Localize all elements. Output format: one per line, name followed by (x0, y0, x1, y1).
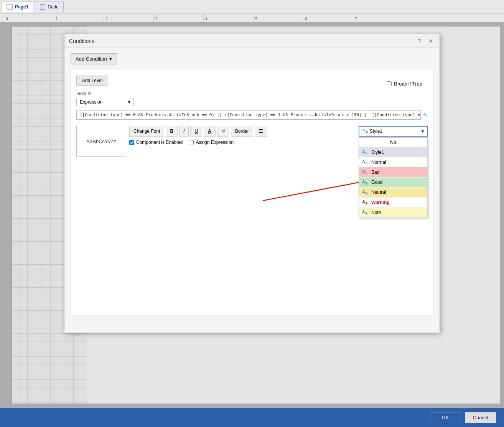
underline-button[interactable]: U (190, 126, 202, 137)
ruler-mark-7: 7 (353, 14, 403, 22)
style-dropdown-arrow: ▾ (422, 129, 424, 134)
expression-select-value: Expression (80, 99, 102, 105)
note-icon: AA (362, 209, 369, 215)
bold-button[interactable]: B (166, 126, 178, 137)
ruler-mark-5: 5 (253, 14, 303, 22)
ok-label: OK (442, 415, 449, 420)
change-font-label: Change Font (133, 129, 160, 134)
dropdown-item-style1[interactable]: AA Style1 (359, 147, 427, 157)
page-icon (7, 4, 13, 10)
italic-label: I (183, 129, 184, 134)
dialog-body: Add Condition ▾ Add Level Break if True (64, 48, 440, 321)
dropdown-item-neutral[interactable]: AA Neutral (359, 188, 427, 198)
italic-button[interactable]: I (179, 126, 189, 137)
help-button[interactable]: ? (415, 37, 423, 45)
dropdown-no-label: No (390, 140, 396, 145)
expression-input[interactable]: ([Condition type] == 0 && Products.Units… (76, 110, 421, 120)
list-icon: ☰ (259, 129, 263, 134)
font-color-label: A (208, 129, 211, 134)
add-condition-label: Add Condition (76, 56, 107, 62)
add-condition-button[interactable]: Add Condition ▾ (71, 53, 117, 64)
field-is-label: Field Is (76, 91, 428, 96)
rotate-button[interactable]: ↺ (217, 126, 229, 137)
tab-code-label: Code (48, 4, 59, 10)
ruler-mark-3: 3 (153, 14, 203, 22)
style-dropdown-menu: No AA Style1 AA Normal (359, 137, 428, 218)
tab-page1-label: Page1 (15, 4, 28, 10)
bottom-bar: OK Cancel (0, 408, 504, 427)
style-dropdown-wrapper: AA Style1 ▾ No (359, 126, 428, 137)
good-label: Good (371, 180, 382, 185)
ok-button[interactable]: OK (430, 412, 461, 423)
bad-label: Bad (371, 170, 379, 175)
dropdown-item-bad[interactable]: AA Bad (359, 167, 427, 177)
break-if-true-checkbox[interactable] (387, 81, 392, 86)
component-enabled-checkbox[interactable] (129, 140, 134, 145)
dropdown-item-no[interactable]: No (359, 138, 427, 147)
field-is-section: Field Is Expression ▾ (76, 91, 428, 106)
dropdown-item-normal[interactable]: AA Normal (359, 157, 427, 167)
break-if-true-label: Break if True (394, 81, 422, 87)
dialog-title-actions: ? ✕ (415, 37, 435, 45)
warning-label: Warning (371, 200, 390, 205)
change-font-button[interactable]: Change Font (129, 126, 164, 137)
style1-icon: AA (362, 149, 369, 155)
expression-select[interactable]: Expression ▾ (76, 98, 134, 106)
ruler-mark-6: 6 (303, 14, 353, 22)
dropdown-arrow-icon: ▾ (109, 56, 112, 62)
dialog-title: Conditions (69, 38, 94, 44)
format-controls: Change Font B I U (129, 126, 428, 157)
border-button[interactable]: Border (231, 126, 253, 137)
conditions-dialog: Conditions ? ✕ Add Condition ▾ (64, 34, 440, 333)
assign-expression-label[interactable]: Assign Expression (189, 140, 234, 145)
rotate-icon: ↺ (221, 129, 225, 134)
style-selected-label: Style1 (370, 129, 382, 134)
underline-label: U (194, 129, 198, 134)
tab-page1[interactable]: Page1 (2, 2, 33, 12)
good-icon: AA (362, 180, 369, 185)
preview-text: AaBbCcYyZz (86, 138, 116, 144)
dropdown-item-warning[interactable]: AA Warning (359, 198, 427, 208)
ruler-mark-1: 1 (54, 14, 104, 22)
style-icon: AA (362, 128, 368, 134)
svg-line-1 (263, 180, 374, 201)
format-row: AaBbCcYyZz Change Font B (76, 126, 428, 157)
neutral-label: Neutral (371, 190, 386, 195)
code-icon (40, 4, 45, 10)
expression-text: ([Condition type] == 0 && Products.Units… (80, 112, 421, 117)
conditions-panel: Add Level Break if True Field Is Express… (71, 70, 433, 315)
close-button[interactable]: ✕ (427, 37, 435, 45)
normal-label: Normal (371, 160, 386, 165)
cancel-button[interactable]: Cancel (465, 412, 496, 423)
border-label: Border (235, 129, 249, 134)
style1-label: Style1 (371, 150, 384, 155)
toolbar-row: Change Font B I U (129, 126, 428, 137)
edit-expression-icon[interactable]: ✎ (423, 112, 428, 118)
workspace: Conditions ? ✕ Add Condition ▾ (0, 22, 504, 408)
break-if-true-row: Break if True (387, 81, 422, 87)
expression-row: ([Condition type] == 0 && Products.Units… (76, 110, 428, 120)
component-enabled-text: Component is Enabled (136, 140, 183, 145)
ruler-mark-2: 2 (104, 14, 153, 22)
neutral-icon: AA (362, 190, 369, 195)
dropdown-item-good[interactable]: AA Good (359, 178, 427, 188)
dropdown-item-note[interactable]: AA Note (359, 208, 427, 218)
add-level-button[interactable]: Add Level (76, 76, 108, 86)
cancel-label: Cancel (473, 415, 488, 420)
list-button[interactable]: ☰ (255, 126, 267, 137)
assign-expression-text: Assign Expression (196, 140, 234, 145)
warning-icon: AA (362, 199, 369, 205)
modal-overlay: Conditions ? ✕ Add Condition ▾ (0, 22, 504, 408)
select-arrow-icon: ▾ (128, 99, 130, 105)
note-label: Note (371, 210, 381, 215)
assign-expression-checkbox[interactable] (189, 140, 194, 145)
bold-label: B (170, 129, 173, 134)
tab-bar: Page1 Code (0, 0, 504, 14)
ruler: 0 1 2 3 4 5 6 7 (0, 14, 504, 22)
component-enabled-label[interactable]: Component is Enabled (129, 140, 183, 145)
style-dropdown-button[interactable]: AA Style1 ▾ (359, 126, 428, 137)
add-level-label: Add Level (82, 78, 102, 83)
bad-icon: AA (362, 169, 369, 175)
tab-code[interactable]: Code (35, 2, 64, 12)
font-color-button[interactable]: A (204, 126, 216, 137)
